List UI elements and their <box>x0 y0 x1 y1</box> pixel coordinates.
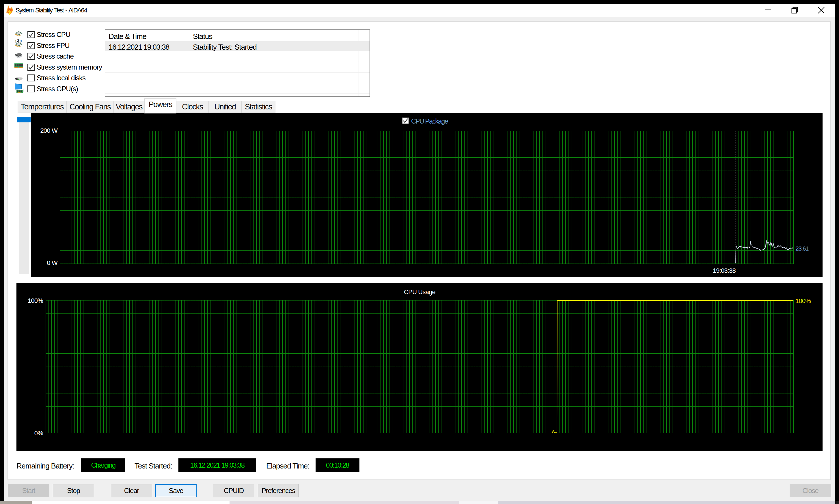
svg-text:2: 2 <box>17 39 19 43</box>
svg-text:1: 1 <box>15 39 17 43</box>
svg-text:3: 3 <box>20 39 22 43</box>
